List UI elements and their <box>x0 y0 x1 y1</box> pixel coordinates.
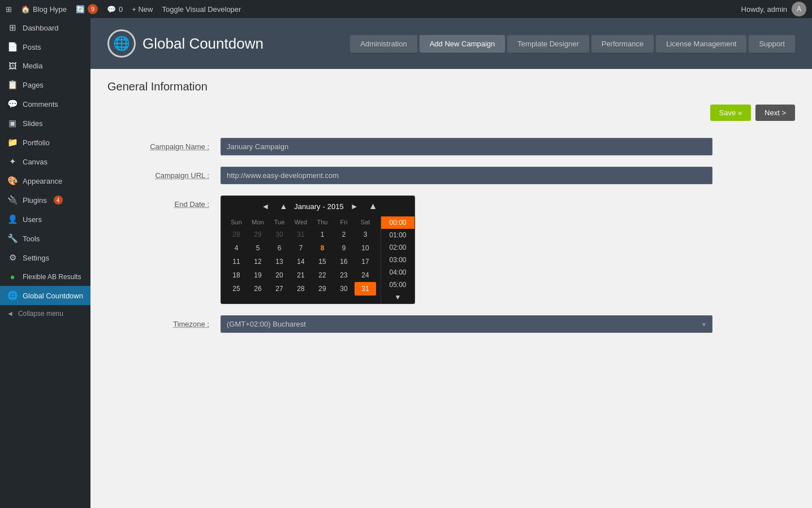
nav-support[interactable]: Support <box>749 35 795 53</box>
calendar-week-4: 18 19 20 21 22 23 24 <box>226 268 376 282</box>
sidebar-item-posts[interactable]: 📄 Posts <box>0 37 90 57</box>
nav-license-management[interactable]: License Management <box>656 35 746 53</box>
sidebar-item-pages[interactable]: 📋 Pages <box>0 75 90 94</box>
campaign-url-label: Campaign URL : <box>107 167 221 180</box>
nav-administration[interactable]: Administration <box>350 35 417 53</box>
cal-day[interactable]: 23 <box>333 268 355 282</box>
collapse-menu[interactable]: ◄ Collapse menu <box>0 305 90 322</box>
toggle-time-button[interactable]: ▲ <box>369 201 378 211</box>
cal-day[interactable]: 30 <box>333 282 355 296</box>
calendar-week-1: 28 29 30 31 1 2 3 <box>226 228 376 241</box>
sidebar-item-appearance[interactable]: 🎨 Appearance <box>0 171 90 190</box>
wp-logo[interactable]: ⊞ <box>6 5 12 14</box>
cal-day[interactable]: 29 <box>312 282 333 296</box>
cal-day[interactable]: 12 <box>247 255 269 268</box>
portfolio-icon: 📁 <box>7 137 18 147</box>
next-month-button[interactable]: ► <box>347 201 362 212</box>
cal-day[interactable]: 2 <box>333 228 355 241</box>
cal-day[interactable]: 30 <box>269 228 290 241</box>
comments-bar[interactable]: 💬 0 <box>107 5 123 14</box>
cal-day[interactable]: 27 <box>269 282 290 296</box>
cal-day[interactable]: 28 <box>290 282 312 296</box>
time-item-0000[interactable]: 00:00 <box>381 216 414 229</box>
cal-day[interactable]: 3 <box>355 228 376 241</box>
sidebar-item-comments[interactable]: 💬 Comments <box>0 94 90 114</box>
cal-day[interactable]: 15 <box>312 255 333 268</box>
time-item-0500[interactable]: 05:00 <box>381 279 414 291</box>
avatar[interactable]: A <box>792 2 806 16</box>
cal-day[interactable]: 16 <box>333 255 355 268</box>
calendar-times: 00:00 01:00 02:00 03:00 04:00 05:00 ▼ <box>381 216 414 303</box>
cal-day[interactable]: 21 <box>290 268 312 282</box>
cal-day[interactable]: 4 <box>226 241 247 255</box>
plugin-logo: 🌐 Global Countdown <box>107 29 264 58</box>
calendar-header: ◄ ▲ January - 2015 ► ▲ <box>221 196 414 216</box>
campaign-url-input[interactable] <box>221 167 712 184</box>
plugin-nav: Administration Add New Campaign Template… <box>350 35 795 53</box>
time-scroll-down[interactable]: ▼ <box>381 291 414 303</box>
sidebar-item-slides[interactable]: ▣ Slides <box>0 114 90 133</box>
nav-template-designer[interactable]: Template Designer <box>507 35 589 53</box>
sidebar-item-plugins[interactable]: 🔌 Plugins 4 <box>0 190 90 210</box>
save-button[interactable]: Save » <box>710 105 751 121</box>
sidebar-item-media[interactable]: 🖼 Media <box>0 57 90 75</box>
new-menu[interactable]: + New <box>132 5 153 14</box>
cal-day-today[interactable]: 8 <box>312 241 333 255</box>
cal-day[interactable]: 11 <box>226 255 247 268</box>
cal-day[interactable]: 31 <box>290 228 312 241</box>
cal-day[interactable]: 25 <box>226 282 247 296</box>
plugin-header: 🌐 Global Countdown Administration Add Ne… <box>90 18 812 69</box>
cal-day[interactable]: 22 <box>312 268 333 282</box>
time-item-0100[interactable]: 01:00 <box>381 229 414 241</box>
updates[interactable]: 🔄 9 <box>76 4 98 14</box>
nav-performance[interactable]: Performance <box>591 35 654 53</box>
cal-day[interactable]: 6 <box>269 241 290 255</box>
cal-day[interactable]: 14 <box>290 255 312 268</box>
wp-logo-icon: ⊞ <box>6 5 12 14</box>
sidebar-item-tools[interactable]: 🔧 Tools <box>0 229 90 248</box>
cal-day[interactable]: 29 <box>247 228 269 241</box>
cal-day-selected[interactable]: 31 <box>355 282 376 296</box>
toggle-visual-developer[interactable]: Toggle Visual Developer <box>162 5 241 14</box>
sidebar-item-settings[interactable]: ⚙ Settings <box>0 248 90 267</box>
sidebar-item-users[interactable]: 👤 Users <box>0 210 90 229</box>
cal-day[interactable]: 28 <box>226 228 247 241</box>
sidebar-item-global-countdown[interactable]: 🌐 Global Countdown <box>0 286 90 305</box>
calendar-days: Sun Mon Tue Wed Thu Fri Sat <box>221 216 381 303</box>
next-button[interactable]: Next > <box>755 105 795 121</box>
cal-day[interactable]: 18 <box>226 268 247 282</box>
cal-day[interactable]: 19 <box>247 268 269 282</box>
page-title: General Information <box>107 80 795 93</box>
sidebar-item-canvas[interactable]: ✦ Canvas <box>0 152 90 171</box>
users-icon: 👤 <box>7 214 18 224</box>
campaign-name-input[interactable] <box>221 138 712 155</box>
time-item-0200[interactable]: 02:00 <box>381 241 414 254</box>
cal-day[interactable]: 13 <box>269 255 290 268</box>
cal-day[interactable]: 26 <box>247 282 269 296</box>
cal-day[interactable]: 10 <box>355 241 376 255</box>
time-item-0400[interactable]: 04:00 <box>381 266 414 279</box>
sidebar-item-flexible-ab[interactable]: ● Flexible AB Results <box>0 267 90 286</box>
cal-day[interactable]: 1 <box>312 228 333 241</box>
sidebar-item-portfolio[interactable]: 📁 Portfolio <box>0 133 90 152</box>
nav-add-new-campaign[interactable]: Add New Campaign <box>420 35 506 53</box>
page-content: General Information Save » Next > Campai… <box>90 69 812 355</box>
plugins-icon: 🔌 <box>7 195 18 205</box>
prev-month-button[interactable]: ▲ <box>276 201 291 212</box>
posts-icon: 📄 <box>7 42 18 52</box>
cal-day[interactable]: 5 <box>247 241 269 255</box>
cal-day[interactable]: 9 <box>333 241 355 255</box>
cal-day[interactable]: 7 <box>290 241 312 255</box>
global-countdown-icon: 🌐 <box>7 290 18 301</box>
sidebar-item-dashboard[interactable]: ⊞ Dashboard <box>0 18 90 37</box>
comments-icon: 💬 <box>107 5 116 14</box>
timezone-select[interactable]: (GMT+02:00) Bucharest (GMT+00:00) UTC (G… <box>221 315 712 333</box>
media-icon: 🖼 <box>7 61 18 71</box>
cal-day[interactable]: 17 <box>355 255 376 268</box>
cal-day[interactable]: 24 <box>355 268 376 282</box>
time-item-0300[interactable]: 03:00 <box>381 254 414 266</box>
cal-day[interactable]: 20 <box>269 268 290 282</box>
pages-icon: 📋 <box>7 80 18 90</box>
prev-year-button[interactable]: ◄ <box>258 201 273 212</box>
site-name[interactable]: 🏠 Blog Hype <box>21 5 67 14</box>
